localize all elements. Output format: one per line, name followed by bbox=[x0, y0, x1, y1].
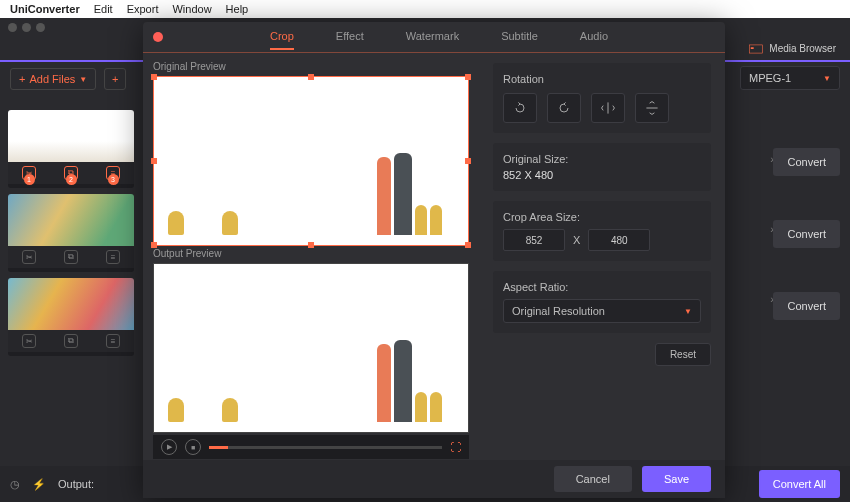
clip-thumbnail bbox=[8, 194, 134, 246]
cut-icon[interactable]: ✂ bbox=[22, 250, 36, 264]
format-selector[interactable]: MPEG-1▼ bbox=[740, 66, 840, 90]
modal-header: Crop Effect Watermark Subtitle Audio bbox=[143, 22, 725, 52]
crop-icon[interactable]: ⧉2 bbox=[64, 166, 78, 180]
rotate-ccw-button[interactable] bbox=[503, 93, 537, 123]
cut-icon[interactable]: ✂1 bbox=[22, 166, 36, 180]
convert-column: Convert Convert Convert bbox=[773, 148, 840, 320]
modal-footer: Cancel Save bbox=[143, 460, 725, 498]
save-button[interactable]: Save bbox=[642, 466, 711, 492]
menu-edit[interactable]: Edit bbox=[94, 3, 113, 15]
rotate-cw-button[interactable] bbox=[547, 93, 581, 123]
flip-vertical-button[interactable] bbox=[635, 93, 669, 123]
menu-window[interactable]: Window bbox=[172, 3, 211, 15]
effects-icon[interactable]: ≡3 bbox=[106, 166, 120, 180]
clip-item[interactable]: ✂1 ⧉2 ≡3 bbox=[8, 110, 134, 188]
clip-item[interactable]: ✂⧉≡ bbox=[8, 278, 134, 356]
original-size-value: 852 X 480 bbox=[503, 169, 701, 181]
timer-icon[interactable]: ◷ bbox=[10, 478, 20, 491]
rotation-label: Rotation bbox=[503, 73, 701, 85]
clip-thumbnail bbox=[8, 110, 134, 162]
tab-watermark[interactable]: Watermark bbox=[406, 24, 459, 50]
reset-button[interactable]: Reset bbox=[655, 343, 711, 366]
crop-area-label: Crop Area Size: bbox=[503, 211, 701, 223]
convert-button[interactable]: Convert bbox=[773, 292, 840, 320]
flash-icon[interactable]: ⚡ bbox=[32, 478, 46, 491]
clip-edit-bar: ✂1 ⧉2 ≡3 bbox=[8, 162, 134, 184]
convert-button[interactable]: Convert bbox=[773, 220, 840, 248]
crop-by-label: X bbox=[573, 234, 580, 246]
crop-width-input[interactable] bbox=[503, 229, 565, 251]
tab-crop[interactable]: Crop bbox=[270, 24, 294, 50]
output-label: Output: bbox=[58, 478, 94, 490]
convert-all-button[interactable]: Convert All bbox=[759, 470, 840, 498]
seek-track[interactable] bbox=[209, 446, 442, 449]
add-files-button[interactable]: +Add Files▼ bbox=[10, 68, 96, 90]
cancel-button[interactable]: Cancel bbox=[554, 466, 632, 492]
clip-item[interactable]: ✂⧉≡ bbox=[8, 194, 134, 272]
format-selector-area: MPEG-1▼ bbox=[740, 66, 840, 90]
menu-help[interactable]: Help bbox=[226, 3, 249, 15]
effects-icon[interactable]: ≡ bbox=[106, 334, 120, 348]
add-button[interactable]: + bbox=[104, 68, 126, 90]
effects-icon[interactable]: ≡ bbox=[106, 250, 120, 264]
menubar: UniConverter Edit Export Window Help bbox=[0, 0, 850, 18]
clip-thumbnail bbox=[8, 278, 134, 330]
original-preview-label: Original Preview bbox=[153, 61, 469, 72]
output-preview-label: Output Preview bbox=[153, 248, 469, 259]
menu-export[interactable]: Export bbox=[127, 3, 159, 15]
close-icon[interactable] bbox=[153, 32, 163, 42]
media-browser-label[interactable]: Media Browser bbox=[769, 43, 836, 54]
aspect-ratio-label: Aspect Ratio: bbox=[503, 281, 701, 293]
flip-horizontal-button[interactable] bbox=[591, 93, 625, 123]
tab-effect[interactable]: Effect bbox=[336, 24, 364, 50]
crop-icon[interactable]: ⧉ bbox=[64, 334, 78, 348]
output-preview bbox=[153, 263, 469, 433]
stop-icon[interactable]: ■ bbox=[185, 439, 201, 455]
cut-icon[interactable]: ✂ bbox=[22, 334, 36, 348]
crop-icon[interactable]: ⧉ bbox=[64, 250, 78, 264]
settings-panel: Rotation Original Size: 852 X 480 Crop A… bbox=[479, 53, 725, 460]
original-preview[interactable] bbox=[153, 76, 469, 246]
preview-column: Original Preview Output Preview ▶ ■ ⛶ bbox=[143, 53, 479, 460]
modal-tabs: Crop Effect Watermark Subtitle Audio bbox=[163, 24, 715, 50]
crop-modal: Crop Effect Watermark Subtitle Audio Ori… bbox=[143, 22, 725, 498]
crop-height-input[interactable] bbox=[588, 229, 650, 251]
media-browser-icon[interactable] bbox=[749, 44, 763, 54]
clip-list: ✂1 ⧉2 ≡3 ✂⧉≡ ✂⧉≡ bbox=[8, 110, 134, 356]
tab-subtitle[interactable]: Subtitle bbox=[501, 24, 538, 50]
convert-button[interactable]: Convert bbox=[773, 148, 840, 176]
play-icon[interactable]: ▶ bbox=[161, 439, 177, 455]
playbar: ▶ ■ ⛶ bbox=[153, 435, 469, 459]
app-name: UniConverter bbox=[10, 3, 80, 15]
original-size-label: Original Size: bbox=[503, 153, 701, 165]
aspect-ratio-select[interactable]: Original Resolution▼ bbox=[503, 299, 701, 323]
fullscreen-icon[interactable]: ⛶ bbox=[450, 441, 461, 453]
tab-audio[interactable]: Audio bbox=[580, 24, 608, 50]
